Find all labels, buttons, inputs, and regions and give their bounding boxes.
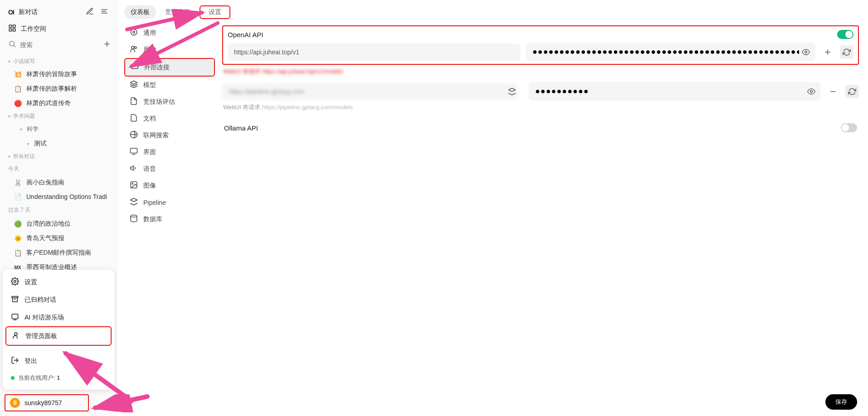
api-hint: WebUI 将请求 https://api.juheai.top/v1/mode… [223, 68, 858, 76]
svg-marker-35 [509, 88, 516, 92]
chat-item[interactable]: 📋客户EDM邮件撰写指南 [0, 246, 117, 260]
nav-general[interactable]: 通用 [124, 24, 215, 41]
refresh-icon[interactable] [840, 45, 853, 59]
chat-item[interactable]: 🟢台湾的政治地位 [0, 217, 117, 231]
svg-rect-25 [131, 148, 137, 153]
svg-rect-5 [9, 29, 11, 31]
section-academic[interactable]: ▾学术问题 [0, 111, 117, 122]
menu-archived[interactable]: 已归档对话 [5, 291, 112, 309]
settings-nav: 通用 用户 外部连接 模型 竞技场评估 文档 联网搜索 界面 语音 图像 Pip… [124, 24, 215, 227]
document-icon [130, 97, 138, 106]
emoji-icon: 📄 [14, 193, 22, 200]
archive-icon [11, 295, 19, 305]
section-novel[interactable]: ▾小说续写 [0, 56, 117, 67]
emoji-icon: MX [14, 265, 22, 270]
svg-point-11 [14, 281, 16, 283]
emoji-icon: 🌞 [14, 235, 22, 242]
emoji-icon: 🟢 [14, 220, 22, 227]
eye-icon[interactable] [799, 45, 813, 59]
add-icon[interactable] [103, 40, 111, 49]
image-icon [130, 181, 138, 190]
ollama-title: Ollama API [224, 124, 258, 132]
nav-audio[interactable]: 语音 [124, 160, 215, 177]
svg-point-18 [133, 31, 135, 34]
search-icon [8, 40, 16, 49]
chat-item[interactable]: 🐰画小白兔指南 [0, 175, 117, 190]
openai-toggle[interactable] [837, 30, 853, 39]
tab-settings[interactable]: 设置 [200, 5, 230, 19]
nav-interface[interactable]: 界面 [124, 144, 215, 160]
users-icon [130, 45, 138, 54]
chat-item[interactable]: 📄Understanding Options Tradi [0, 190, 117, 203]
today-label: 今天 [0, 162, 117, 175]
cloud-icon [131, 63, 139, 72]
online-dot-icon [11, 376, 15, 380]
tab-arena[interactable]: 竞技场评 [159, 5, 197, 19]
nav-database[interactable]: 数据库 [124, 211, 215, 227]
chat-item[interactable]: 🛑林萧的武道传奇 [0, 96, 117, 111]
past7-label: 过去 7 天 [0, 203, 117, 217]
menu-playground[interactable]: AI 对话游乐场 [5, 309, 112, 326]
database-icon [130, 214, 138, 224]
nav-arena-eval[interactable]: 竞技场评估 [124, 93, 215, 110]
workspace-row[interactable]: 工作空间 [5, 20, 111, 37]
svg-point-19 [131, 29, 137, 35]
tab-dashboard[interactable]: 仪表板 [124, 5, 156, 19]
emoji-icon: 🛑 [14, 100, 22, 107]
nav-connections[interactable]: 外部连接 [124, 58, 215, 77]
add-icon[interactable] [821, 45, 834, 59]
svg-point-29 [132, 183, 133, 184]
ollama-row: Ollama API [222, 118, 859, 138]
openai-api-title: OpenAI API [228, 31, 263, 39]
top-tabs: 仪表板 竞技场评 设置 [117, 0, 868, 24]
stack-icon[interactable] [505, 85, 519, 98]
menu-logout[interactable]: 登出 [5, 352, 112, 370]
online-status: 当前在线用户: 1 [5, 370, 112, 386]
search-row[interactable] [5, 37, 111, 52]
avatar: S [10, 398, 20, 408]
svg-marker-22 [131, 81, 137, 85]
new-chat-row[interactable]: OI 新对话 [5, 4, 111, 20]
svg-marker-27 [131, 166, 134, 171]
eye-icon[interactable] [805, 85, 818, 98]
playground-icon [11, 313, 19, 322]
refresh-icon[interactable] [845, 85, 859, 98]
svg-point-32 [805, 51, 807, 53]
nav-websearch[interactable]: 联网搜索 [124, 127, 215, 144]
api-url-input[interactable] [228, 44, 521, 61]
chat-item[interactable]: 💥林萧传的冒险故事 [0, 67, 117, 82]
nav-models[interactable]: 模型 [124, 77, 215, 93]
svg-rect-6 [13, 29, 15, 31]
api-key-input[interactable] [532, 43, 799, 61]
svg-point-21 [135, 47, 137, 49]
chat-item[interactable]: 📋林萧传的故事解析 [0, 82, 117, 96]
section-all[interactable]: ▾所有对话 [0, 151, 117, 162]
emoji-icon: 📋 [14, 85, 22, 92]
menu-admin[interactable]: 管理员面板 [5, 326, 112, 346]
chat-item[interactable]: 🌞青岛天气预报 [0, 231, 117, 246]
nav-users[interactable]: 用户 [124, 41, 215, 58]
api-key-input-2[interactable] [535, 82, 805, 101]
emoji-icon: 🐰 [14, 179, 22, 186]
chat-item[interactable]: ▾测试 [0, 136, 117, 151]
menu-icon[interactable] [100, 7, 108, 17]
edit-icon[interactable] [86, 7, 94, 17]
user-menu: 设置 已归档对话 AI 对话游乐场 管理员面板 登出 当前在线用户: 1 [3, 270, 114, 390]
save-button[interactable]: 保存 [825, 394, 857, 410]
ollama-toggle[interactable] [841, 123, 857, 132]
admin-icon [12, 331, 20, 341]
search-input[interactable] [20, 41, 99, 48]
user-pill[interactable]: S sunsky89757 [5, 394, 89, 411]
speaker-icon [130, 164, 138, 174]
api-url-input-2[interactable] [222, 83, 518, 100]
nav-images[interactable]: 图像 [124, 177, 215, 194]
emoji-icon: 💥 [14, 71, 22, 78]
nav-docs[interactable]: 文档 [124, 110, 215, 127]
stack-icon [130, 198, 138, 207]
chat-item[interactable]: ▾科学 [0, 122, 117, 136]
svg-point-20 [132, 46, 134, 49]
nav-pipeline[interactable]: Pipeline [124, 194, 215, 211]
menu-settings[interactable]: 设置 [5, 273, 112, 291]
remove-icon[interactable] [826, 85, 840, 98]
monitor-icon [130, 147, 138, 157]
